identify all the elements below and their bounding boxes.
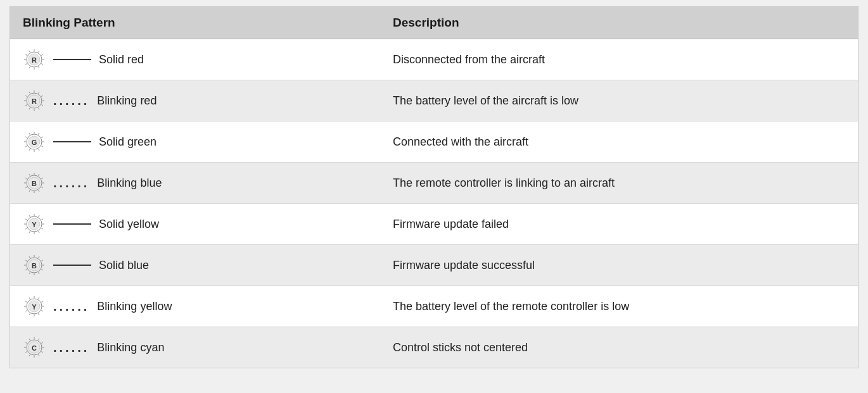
svg-text:R: R	[32, 97, 37, 105]
svg-line-46	[41, 187, 43, 189]
pattern-cell-6: Y......Blinking yellow	[10, 286, 380, 327]
pattern-cell-5: BSolid blue	[10, 245, 380, 286]
led-icon-5: B	[23, 254, 46, 277]
solid-line-indicator	[53, 141, 91, 142]
svg-line-2	[39, 66, 40, 68]
description-cell-5: Firmware update successful	[380, 245, 858, 286]
dotted-line-indicator: ......	[53, 94, 89, 108]
svg-line-25	[39, 92, 40, 94]
svg-line-76	[41, 270, 43, 271]
svg-line-116	[41, 342, 43, 344]
solid-line-indicator	[53, 223, 91, 225]
table-row: YSolid yellowFirmware update failed	[10, 204, 858, 245]
svg-line-19	[29, 108, 30, 109]
svg-line-55	[39, 174, 40, 176]
svg-line-16	[41, 105, 43, 106]
led-icon-4: Y	[23, 213, 46, 235]
svg-line-1	[41, 64, 43, 65]
svg-text:B: B	[32, 180, 37, 187]
svg-line-106	[41, 352, 43, 353]
pattern-label-0: Solid red	[99, 53, 200, 66]
table-row: GSolid greenConnected with the aircraft	[10, 122, 858, 163]
svg-line-71	[41, 219, 43, 220]
svg-line-37	[25, 137, 27, 138]
svg-line-23	[29, 92, 30, 94]
svg-line-92	[39, 313, 40, 315]
svg-line-61	[41, 228, 43, 230]
table-row: RSolid redDisconnected from the aircraft	[10, 39, 858, 80]
led-icon-7: C	[23, 336, 46, 359]
svg-line-10	[39, 51, 40, 53]
svg-line-7	[25, 54, 27, 56]
svg-line-97	[25, 301, 27, 303]
svg-line-65	[25, 228, 27, 230]
svg-line-41	[41, 137, 43, 138]
description-cell-4: Firmware update failed	[380, 204, 858, 245]
description-cell-3: The remote controller is linking to an a…	[380, 163, 858, 204]
svg-line-70	[39, 215, 40, 217]
svg-line-22	[25, 96, 27, 97]
svg-line-80	[25, 270, 27, 271]
svg-line-31	[41, 146, 43, 147]
svg-line-67	[25, 219, 27, 220]
svg-line-109	[29, 354, 30, 356]
svg-text:Y: Y	[32, 303, 37, 311]
svg-line-82	[25, 260, 27, 261]
svg-text:C: C	[32, 344, 37, 352]
svg-line-101	[41, 301, 43, 303]
led-icon-3: B	[23, 172, 46, 194]
svg-line-53	[29, 174, 30, 176]
pattern-label-1: Blinking red	[97, 94, 198, 108]
svg-line-107	[39, 354, 40, 356]
svg-line-85	[39, 256, 40, 258]
led-icon-0: R	[23, 48, 46, 71]
solid-line-indicator	[53, 265, 91, 266]
svg-line-49	[29, 190, 30, 192]
dotted-line-indicator: ......	[53, 299, 89, 314]
svg-line-52	[25, 178, 27, 179]
svg-line-112	[25, 342, 27, 344]
svg-line-47	[39, 190, 40, 192]
description-cell-0: Disconnected from the aircraft	[380, 39, 858, 80]
svg-line-115	[39, 339, 40, 340]
table-row: B......Blinking blueThe remote controlle…	[10, 163, 858, 204]
svg-line-86	[41, 260, 43, 261]
svg-line-68	[29, 215, 30, 217]
svg-line-11	[41, 54, 43, 56]
table-row: C......Blinking cyanControl sticks not c…	[10, 327, 858, 368]
svg-line-79	[29, 272, 30, 274]
pattern-cell-3: B......Blinking blue	[10, 163, 380, 204]
pattern-label-7: Blinking cyan	[97, 341, 198, 354]
led-icon-6: Y	[23, 295, 46, 318]
pattern-cell-1: R......Blinking red	[10, 80, 380, 122]
svg-text:R: R	[32, 56, 37, 64]
svg-line-35	[25, 146, 27, 147]
column-header-description: Description	[380, 7, 858, 39]
svg-line-20	[25, 105, 27, 106]
svg-line-62	[39, 231, 40, 233]
pattern-label-5: Solid blue	[99, 259, 200, 272]
svg-line-38	[29, 133, 30, 135]
svg-line-26	[41, 96, 43, 97]
svg-line-50	[25, 187, 27, 189]
svg-line-83	[29, 256, 30, 258]
svg-text:B: B	[32, 262, 37, 270]
pattern-cell-2: GSolid green	[10, 122, 380, 163]
svg-text:Y: Y	[32, 221, 37, 228]
svg-line-95	[25, 311, 27, 312]
column-header-pattern: Blinking Pattern	[10, 7, 380, 39]
svg-line-113	[29, 339, 30, 340]
table-row: R......Blinking redThe battery level of …	[10, 80, 858, 122]
svg-line-64	[29, 231, 30, 233]
table-row: BSolid blueFirmware update successful	[10, 245, 858, 286]
description-cell-7: Control sticks not centered	[380, 327, 858, 368]
pattern-label-3: Blinking blue	[97, 177, 198, 190]
svg-line-110	[25, 352, 27, 353]
description-cell-1: The battery level of the aircraft is low	[380, 80, 858, 122]
pattern-cell-4: YSolid yellow	[10, 204, 380, 245]
svg-line-8	[29, 51, 30, 53]
svg-line-94	[29, 313, 30, 315]
led-icon-2: G	[23, 130, 46, 153]
svg-text:G: G	[32, 139, 37, 146]
svg-line-100	[39, 297, 40, 299]
